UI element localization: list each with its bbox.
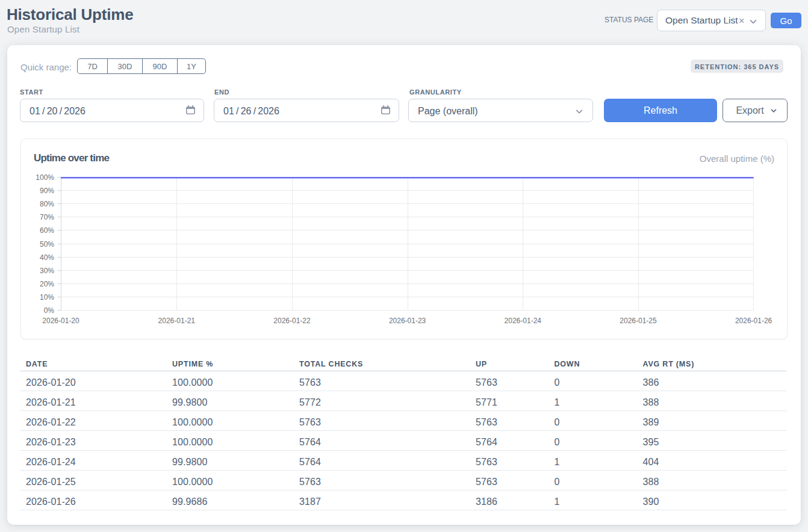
svg-text:70%: 70%	[40, 213, 54, 221]
svg-text:2026-01-25: 2026-01-25	[620, 317, 657, 325]
svg-text:2026-01-21: 2026-01-21	[158, 317, 196, 325]
svg-text:100%: 100%	[36, 173, 54, 182]
svg-text:20%: 20%	[40, 280, 54, 288]
svg-text:2026-01-23: 2026-01-23	[389, 317, 426, 325]
svg-text:80%: 80%	[40, 200, 54, 208]
svg-text:40%: 40%	[40, 253, 54, 262]
svg-text:2026-01-26: 2026-01-26	[735, 317, 772, 325]
svg-text:50%: 50%	[40, 240, 54, 249]
svg-text:10%: 10%	[40, 293, 54, 302]
svg-text:2026-01-20: 2026-01-20	[42, 317, 79, 325]
svg-text:60%: 60%	[40, 226, 54, 235]
svg-text:90%: 90%	[40, 187, 54, 195]
svg-text:2026-01-24: 2026-01-24	[505, 317, 542, 325]
svg-text:30%: 30%	[40, 267, 54, 275]
svg-text:2026-01-22: 2026-01-22	[273, 317, 311, 325]
svg-text:0%: 0%	[44, 306, 55, 315]
